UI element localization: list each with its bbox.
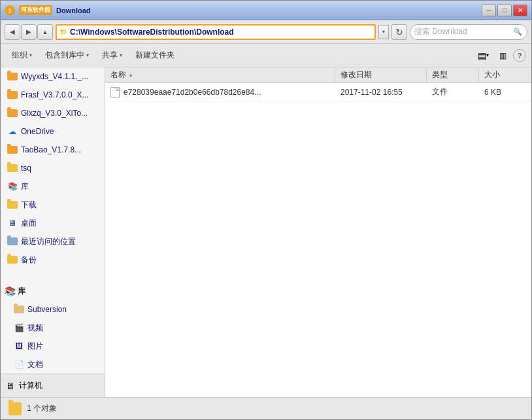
sidebar-item-label: 最近访问的位置: [21, 236, 76, 247]
file-list-body[interactable]: e728039eaae71d2b0e66db78d26e84... 2017-1…: [105, 83, 531, 397]
file-date-cell: 2017-11-02 16:55: [335, 83, 427, 101]
organize-button[interactable]: 组织 ▾: [6, 46, 38, 65]
organize-arrow: ▾: [29, 52, 32, 58]
library-section-label: 库: [18, 286, 25, 297]
sidebar-item-desktop[interactable]: 🖥 桌面: [1, 214, 105, 232]
include-arrow: ▾: [86, 52, 89, 58]
sidebar-item-taobao[interactable]: TaoBao_V1.7.8...: [1, 141, 105, 159]
sidebar-computer[interactable]: 🖥 计算机: [1, 374, 105, 397]
sidebar-scroll[interactable]: Wyyxds_V4.1.1._... Frasf_V3.7.0.0_X... G…: [1, 67, 105, 374]
title-bar-left: 1 河东软件园 Download: [5, 5, 91, 16]
onedrive-icon: ☁: [7, 126, 18, 137]
folder-icon: [7, 254, 18, 265]
address-folder-icon: 📁: [59, 28, 67, 35]
sidebar-item-glxzq[interactable]: Glxzq_V3.0_XiTo...: [1, 104, 105, 122]
search-wrapper[interactable]: 搜索 Download 🔍: [410, 24, 527, 40]
folder-icon: [7, 108, 18, 118]
window-title: Download: [56, 7, 91, 14]
column-header-name[interactable]: 名称 ▲: [105, 67, 335, 82]
sidebar-item-label: Glxzq_V3.0_XiTo...: [21, 109, 88, 118]
up-button[interactable]: ▲: [37, 24, 53, 40]
address-input-wrapper[interactable]: 📁 C:\Windows\SoftwareDistribution\Downlo…: [56, 24, 376, 40]
share-arrow: ▾: [120, 52, 122, 58]
sidebar-item-subversion[interactable]: Subversion: [1, 300, 105, 319]
address-path: C:\Windows\SoftwareDistribution\Download: [70, 27, 372, 37]
table-row[interactable]: e728039eaae71d2b0e66db78d26e84... 2017-1…: [105, 83, 531, 101]
sidebar-item-documents[interactable]: 📄 文档: [1, 355, 105, 374]
address-dropdown[interactable]: ▾: [378, 25, 389, 39]
refresh-button[interactable]: ↻: [391, 24, 407, 40]
column-header-date[interactable]: 修改日期: [335, 67, 427, 82]
window-icon: 1: [5, 5, 15, 16]
include-library-button[interactable]: 包含到库中 ▾: [39, 46, 95, 65]
file-type-cell: 文件: [427, 83, 479, 101]
status-folder-icon: [8, 402, 22, 415]
library-section-header: 📚 库: [1, 282, 105, 300]
sidebar-item-onedrive[interactable]: ☁ OneDrive: [1, 122, 105, 141]
sidebar-item-label: 桌面: [21, 218, 37, 229]
view-dropdown-button[interactable]: ▤▾: [474, 47, 492, 64]
sidebar-item-wyyx[interactable]: Wyyxds_V4.1.1._...: [1, 67, 105, 86]
library-icon: 📚: [7, 181, 18, 192]
back-button[interactable]: ◀: [5, 24, 20, 40]
minimize-button[interactable]: ─: [482, 5, 496, 16]
sidebar-item-label: Wyyxds_V4.1.1._...: [21, 72, 88, 81]
sidebar-item-frasf[interactable]: Frasf_V3.7.0.0_X...: [1, 86, 105, 104]
sidebar-item-label: 图片: [27, 341, 43, 352]
status-count: 1 个对象: [27, 403, 57, 414]
explorer-window: 1 河东软件园 Download ─ □ ✕ ◀ ▶ ▲ 📁 C:\Window…: [0, 0, 532, 420]
folder-icon: [7, 90, 18, 100]
sidebar-item-backup[interactable]: 备份: [1, 251, 105, 269]
close-button[interactable]: ✕: [513, 5, 527, 16]
maximize-button[interactable]: □: [497, 5, 512, 16]
sidebar-item-label: 下载: [21, 200, 37, 211]
status-bar: 1 个对象: [1, 397, 531, 419]
desktop-icon: 🖥: [7, 218, 18, 228]
sidebar-item-label: TaoBao_V1.7.8...: [21, 145, 81, 154]
sidebar-item-label: OneDrive: [21, 127, 54, 136]
sidebar: Wyyxds_V4.1.1._... Frasf_V3.7.0.0_X... G…: [1, 67, 105, 397]
recent-icon: [7, 236, 18, 247]
pictures-icon: 🖼: [14, 341, 24, 351]
column-header-size[interactable]: 大小: [479, 67, 531, 82]
library-section-icon: 📚: [5, 286, 15, 296]
title-bar-controls: ─ □ ✕: [482, 5, 527, 16]
sidebar-item-label: Subversion: [27, 305, 67, 314]
folder-icon: [7, 200, 18, 210]
folder-icon: [7, 145, 18, 155]
file-name: e728039eaae71d2b0e66db78d26e84...: [124, 88, 261, 97]
sidebar-item-pictures[interactable]: 🖼 图片: [1, 337, 105, 355]
toolbar-right: ▤▾ ▥ ?: [474, 47, 526, 64]
new-folder-button[interactable]: 新建文件夹: [129, 46, 180, 65]
forward-button[interactable]: ▶: [21, 24, 37, 40]
sidebar-item-label: 库: [21, 181, 29, 192]
file-size-cell: 6 KB: [479, 83, 531, 101]
sidebar-item-download[interactable]: 下载: [1, 196, 105, 214]
sidebar-item-tsq[interactable]: tsq: [1, 159, 105, 177]
sidebar-item-label: tsq: [21, 164, 31, 173]
share-button[interactable]: 共享 ▾: [96, 46, 128, 65]
file-list: 名称 ▲ 修改日期 类型 大小 e728039eaae71d: [105, 67, 531, 397]
computer-label: 计算机: [19, 380, 42, 391]
sidebar-item-library[interactable]: 📚 库: [1, 177, 105, 196]
file-list-header: 名称 ▲ 修改日期 类型 大小: [105, 67, 531, 83]
sidebar-item-label: Frasf_V3.7.0.0_X...: [21, 90, 88, 99]
sidebar-item-recent[interactable]: 最近访问的位置: [1, 232, 105, 251]
sidebar-item-videos[interactable]: 🎬 视频: [1, 319, 105, 337]
videos-icon: 🎬: [14, 323, 24, 333]
sort-arrow: ▲: [128, 72, 133, 78]
preview-pane-button[interactable]: ▥: [493, 47, 512, 64]
title-bar: 1 河东软件园 Download ─ □ ✕: [1, 1, 531, 20]
search-placeholder: 搜索 Download: [414, 26, 510, 37]
column-header-type[interactable]: 类型: [427, 67, 479, 82]
search-icon[interactable]: 🔍: [512, 27, 523, 37]
file-icon: [110, 87, 120, 97]
folder-icon: [7, 163, 18, 173]
sidebar-item-label: 备份: [21, 254, 37, 266]
main-content: Wyyxds_V4.1.1._... Frasf_V3.7.0.0_X... G…: [1, 67, 531, 397]
site-logo: 河东软件园: [19, 5, 52, 15]
sidebar-item-label: 文档: [27, 359, 43, 370]
computer-icon: 🖥: [6, 381, 15, 391]
help-button[interactable]: ?: [513, 49, 526, 62]
toolbar: 组织 ▾ 包含到库中 ▾ 共享 ▾ 新建文件夹 ▤▾ ▥ ?: [1, 44, 531, 67]
